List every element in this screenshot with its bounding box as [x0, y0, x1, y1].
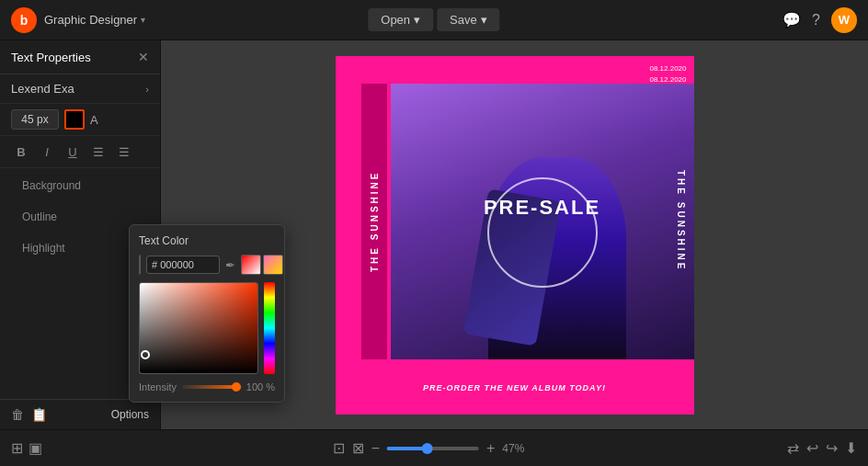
- open-button[interactable]: Open ▾: [368, 8, 433, 31]
- intensity-percent: 100 %: [246, 381, 275, 392]
- zoom-thumb[interactable]: [422, 443, 433, 454]
- avatar[interactable]: W: [831, 7, 857, 33]
- panel-title: Text Properties: [11, 51, 91, 64]
- options-button[interactable]: Options: [111, 408, 149, 421]
- undo-button[interactable]: ↩: [806, 439, 818, 457]
- style-letter: A: [90, 113, 98, 127]
- font-row[interactable]: Lexend Exa ›: [0, 74, 160, 104]
- topbar-center-actions: Open ▾ Save ▾: [368, 8, 499, 31]
- gradient-bg: [140, 283, 257, 373]
- bottom-text: PRE-ORDER THE NEW ALBUM TODAY!: [423, 383, 606, 392]
- text-color-swatch[interactable]: [64, 109, 85, 130]
- intensity-track[interactable]: [182, 385, 241, 389]
- font-name-label: Lexend Exa: [11, 82, 145, 96]
- presale-text: PRE-SALE: [484, 196, 600, 220]
- delete-button[interactable]: 🗑: [11, 407, 24, 422]
- color-cursor: [141, 350, 150, 359]
- background-row: Background: [0, 168, 160, 199]
- design-canvas: 08.12.2020 08.12.2020 08.12.2020 08.12.2…: [336, 56, 694, 415]
- panel-close-button[interactable]: ✕: [138, 50, 149, 64]
- background-label: Background: [11, 172, 92, 196]
- app-name: Graphic Designer: [44, 13, 137, 27]
- date-1: 08.12.2020: [649, 63, 686, 75]
- outline-label: Outline: [11, 203, 68, 227]
- topbar-right: 💬 ? W: [782, 7, 857, 33]
- app-name-chevron[interactable]: ▾: [141, 15, 145, 25]
- panel-bottom: 🗑 📋 Options: [0, 399, 160, 429]
- hex-input[interactable]: [146, 256, 220, 274]
- design-circle: [487, 177, 598, 288]
- zoom-level: 47%: [502, 442, 535, 455]
- text-properties-panel: Text Properties ✕ Lexend Exa › A B I U ☰…: [0, 40, 161, 429]
- copy-button[interactable]: 📋: [31, 407, 47, 422]
- download-button[interactable]: ⬇: [845, 439, 857, 457]
- gradient-preset-1[interactable]: [241, 255, 261, 275]
- panel-header: Text Properties ✕: [0, 40, 160, 74]
- help-icon-button[interactable]: ?: [812, 12, 820, 28]
- align-right-button[interactable]: ☰: [114, 142, 134, 162]
- bottombar-center: ⊡ ⊠ − + 47%: [333, 439, 536, 457]
- align-left-button[interactable]: ☰: [88, 142, 108, 162]
- bottombar-left: ⊞ ▣: [11, 439, 42, 457]
- bottombar: ⊞ ▣ ⊡ ⊠ − + 47% ⇄ ↩ ↪ ⬇: [0, 429, 868, 466]
- expand-button[interactable]: ⊠: [352, 439, 364, 457]
- bold-button[interactable]: B: [11, 142, 31, 162]
- font-arrow-icon: ›: [145, 84, 149, 95]
- format-row: B I U ☰ ☰: [0, 136, 160, 168]
- save-chevron-icon: ▾: [481, 13, 487, 27]
- repeat-button[interactable]: ⇄: [787, 439, 799, 457]
- highlight-label: Highlight: [11, 234, 76, 258]
- font-size-input[interactable]: [11, 109, 59, 130]
- italic-button[interactable]: I: [37, 142, 57, 162]
- app-logo: b: [11, 7, 37, 33]
- redo-button[interactable]: ↪: [826, 439, 838, 457]
- color-picker-popup: Text Color ✒: [129, 224, 285, 403]
- layers-button[interactable]: ⊞: [11, 439, 23, 457]
- open-chevron-icon: ▾: [414, 13, 420, 27]
- intensity-label: Intensity: [139, 381, 177, 392]
- zoom-out-button[interactable]: −: [371, 440, 380, 457]
- intensity-thumb[interactable]: [232, 382, 241, 392]
- side-text-left: THE SUNSHINE: [361, 84, 387, 359]
- hue-strip[interactable]: [264, 282, 275, 374]
- main-area: Text Properties ✕ Lexend Exa › A B I U ☰…: [0, 40, 868, 429]
- underline-button[interactable]: U: [63, 142, 83, 162]
- picker-area: [139, 282, 275, 381]
- bottombar-right: ⇄ ↩ ↪ ⬇: [787, 439, 857, 457]
- hex-row: ✒: [139, 255, 275, 275]
- zoom-in-button[interactable]: +: [486, 440, 495, 457]
- save-button[interactable]: Save ▾: [437, 8, 500, 31]
- intensity-row: Intensity 100 %: [139, 381, 275, 392]
- fit-button[interactable]: ⊡: [333, 439, 345, 457]
- zoom-track[interactable]: [387, 447, 479, 450]
- chat-icon-button[interactable]: 💬: [782, 11, 801, 28]
- current-color-swatch[interactable]: [139, 255, 141, 275]
- zoom-fill: [387, 447, 424, 450]
- eyedropper-button[interactable]: ✒: [225, 258, 235, 272]
- gradient-dark-overlay: [140, 283, 257, 373]
- design-bottom-area: PRE-ORDER THE NEW ALBUM TODAY!: [336, 361, 694, 415]
- side-text-right: THE SUNSHINE: [668, 84, 694, 359]
- grid-button[interactable]: ▣: [29, 439, 42, 457]
- color-picker-title: Text Color: [139, 234, 275, 247]
- gradient-preset-2[interactable]: [263, 255, 283, 275]
- topbar: b Graphic Designer ▾ Open ▾ Save ▾ 💬 ? W: [0, 0, 868, 40]
- color-gradient-canvas[interactable]: [139, 282, 258, 374]
- design-photo: PRE-SALE: [391, 84, 694, 359]
- size-row: A: [0, 104, 160, 136]
